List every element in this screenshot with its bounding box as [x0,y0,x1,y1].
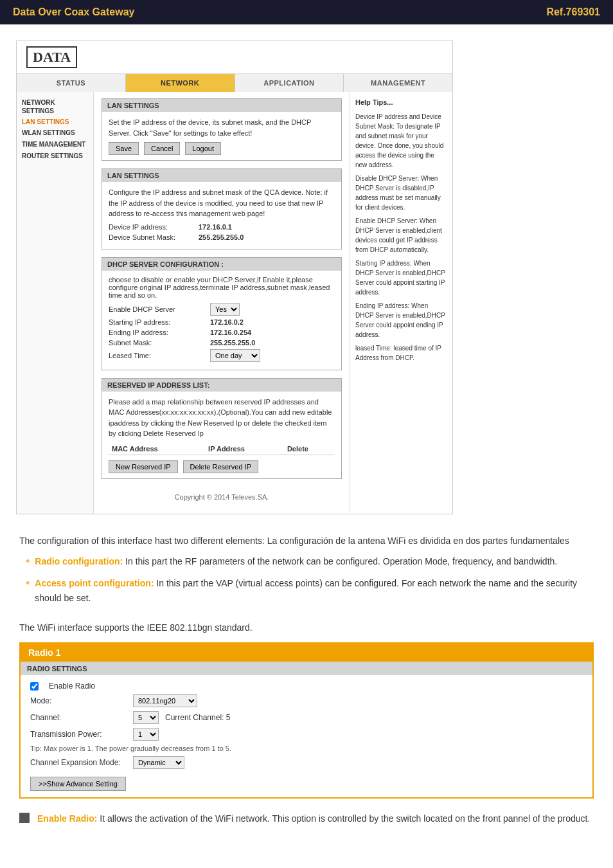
help-item-4: Starting IP address: When DHCP Server is… [355,258,447,297]
channel-expansion-row: Channel Expansion Mode: Dynamic Static [30,756,583,769]
page-title: Data Over Coax Gateway [13,6,134,18]
reserved-ip-desc: Please add a map relationship between re… [109,397,335,439]
current-channel: Current Channel: 5 [165,713,230,722]
radio-settings-title: RADIO SETTINGS [21,662,592,675]
page-ref: Ref.769301 [546,6,600,18]
reserved-ip-content: Please add a map relationship between re… [102,392,341,478]
main-panel: LAN SETTINGS Set the IP address of the d… [94,92,350,514]
dhcp-end-value: 172.16.0.254 [210,329,251,336]
square-bullet-icon [19,813,30,823]
col-delete: Delete [284,443,335,455]
cancel-button[interactable]: Cancel [144,142,180,155]
dhcp-start-label: Starting IP address: [109,318,205,326]
left-content: DATA STATUS NETWORK APPLICATION MANAGEME… [0,24,613,845]
delete-reserved-ip-button[interactable]: Delete Reserved IP [183,460,258,473]
device-header: DATA [17,41,452,74]
bullet-dot-radio: • [26,556,30,568]
device-body: NETWORK SETTINGS LAN SETTINGS WLAN SETTI… [17,92,452,514]
lan-settings-main-title: LAN SETTINGS [102,169,341,182]
bullet-radio: • Radio configuration: In this part the … [19,554,594,568]
main-layout: DATA STATUS NETWORK APPLICATION MANAGEME… [0,24,613,845]
page-header: Data Over Coax Gateway Ref.769301 [0,0,613,24]
save-button[interactable]: Save [109,142,139,155]
lan-settings-main-content: Configure the IP address and subnet mask… [102,182,341,249]
col-ip: IP Address [205,443,284,455]
logout-button[interactable]: Logout [185,142,221,155]
enable-radio-checkbox[interactable] [30,682,39,691]
sidebar-group-time: TIME MANAGEMENT [22,140,88,149]
dhcp-enable-label: Enable DHCP Server [109,305,205,313]
col-mac: MAC Address [109,443,205,455]
tx-power-row: Transmission Power: 1 2 3 4 5 [30,728,583,741]
nav-tabs: STATUS NETWORK APPLICATION MANAGEMENT [17,74,452,92]
enable-radio-row: Enable Radio [30,682,583,691]
copyright: Copyright © 2014 Televes.SA. [102,487,342,507]
tab-application[interactable]: APPLICATION [235,74,344,92]
help-item-5: Ending IP address: When DHCP Server is e… [355,301,447,339]
reserved-ip-buttons: New Reserved IP Delete Reserved IP [109,460,335,473]
device-ip-label: Device IP address: [109,223,192,231]
enable-radio-highlight: Enable Radio: [37,813,97,824]
radio-title: Radio 1 [21,644,592,662]
mode-select[interactable]: 802.11ng20 [133,694,197,707]
sidebar-label-network: NETWORK SETTINGS [22,98,88,115]
lan-settings-top: LAN SETTINGS Set the IP address of the d… [102,98,342,161]
radio-box: Radio 1 RADIO SETTINGS Enable Radio Mode… [19,642,594,799]
mode-label: Mode: [30,696,127,705]
tx-power-tip: Tip: Max power is 1. The power gradually… [30,745,583,752]
sidebar: NETWORK SETTINGS LAN SETTINGS WLAN SETTI… [17,92,94,514]
dhcp-enable-select[interactable]: Yes No [210,303,240,316]
help-title: Help Tips... [355,97,447,108]
lan-settings-top-content: Set the IP address of the device, its su… [102,112,341,160]
device-ui: DATA STATUS NETWORK APPLICATION MANAGEME… [16,41,453,514]
bullet-radio-text: Radio configuration: In this part the RF… [35,554,557,568]
ap-label: Access point configuration: [35,578,154,588]
bullet-ap-text: Access point configuration: In this part… [35,576,594,605]
dhcp-subnet-value: 255.255.255.0 [210,339,255,347]
new-reserved-ip-button[interactable]: New Reserved IP [109,460,178,473]
subnet-mask-row: Device Subnet Mask: 255.255.255.0 [109,233,335,241]
dhcp-start-value: 172.16.0.2 [210,318,244,326]
dhcp-content: choose to disable or enable your DHCP Se… [102,271,341,370]
dhcp-lease-select[interactable]: One day One hour One week [210,349,260,362]
sidebar-label-wlan: WLAN SETTINGS [22,129,88,137]
dhcp-enable-row: Enable DHCP Server Yes No [109,303,335,316]
tab-network[interactable]: NETWORK [126,74,235,92]
lan-settings-top-desc: Set the IP address of the device, its su… [109,117,335,138]
lan-settings-main: LAN SETTINGS Configure the IP address an… [102,168,342,249]
enable-radio-text: Enable Radio: It allows the activation o… [37,811,590,826]
subnet-mask-value: 255.255.255.0 [199,233,244,241]
dhcp-start-row: Starting IP address: 172.16.0.2 [109,318,335,326]
channel-select[interactable]: 5 [133,711,159,724]
tx-power-select[interactable]: 1 2 3 4 5 [133,728,159,741]
tab-status[interactable]: STATUS [17,74,126,92]
lan-settings-top-title: LAN SETTINGS [102,99,341,112]
device-ip-row: Device IP address: 172.16.0.1 [109,223,335,231]
enable-radio-label: Enable Radio [49,682,95,691]
dhcp-section: DHCP SERVER CONFIGURATION : choose to di… [102,257,342,370]
sidebar-group-lan: LAN SETTINGS [22,118,88,125]
dhcp-lease-label: Leased Time: [109,352,205,359]
device-ip-value: 172.16.0.1 [199,223,232,231]
sidebar-item-lan[interactable]: LAN SETTINGS [22,118,88,125]
dhcp-lease-row: Leased Time: One day One hour One week [109,349,335,362]
tab-management[interactable]: MANAGEMENT [344,74,452,92]
subnet-mask-label: Device Subnet Mask: [109,233,192,241]
sidebar-label-router: ROUTER SETTINGS [22,152,88,160]
show-advance-button[interactable]: >>Show Advance Setting [30,777,126,791]
sidebar-group-router: ROUTER SETTINGS [22,152,88,160]
sidebar-group-network: NETWORK SETTINGS [22,98,88,115]
wifi-standard-text: The WiFi interface supports the IEEE 802… [6,622,607,642]
dhcp-end-row: Ending IP address: 172.16.0.254 [109,329,335,336]
description-intro: The configuration of this interface hast… [19,534,594,548]
device-logo: DATA [26,46,77,68]
help-item-1: Device IP address and Device Subnet Mask… [355,112,447,170]
help-item-6: leased Time: leased time of IP Address f… [355,343,447,363]
dhcp-end-label: Ending IP address: [109,329,205,336]
radio-label: Radio configuration: [35,556,123,566]
dhcp-subnet-label: Subnet Mask: [109,339,205,347]
channel-expansion-select[interactable]: Dynamic Static [133,756,184,769]
channel-row: Channel: 5 Current Channel: 5 [30,711,583,724]
sidebar-label-time: TIME MANAGEMENT [22,140,88,149]
bullet-ap: • Access point configuration: In this pa… [19,576,594,605]
